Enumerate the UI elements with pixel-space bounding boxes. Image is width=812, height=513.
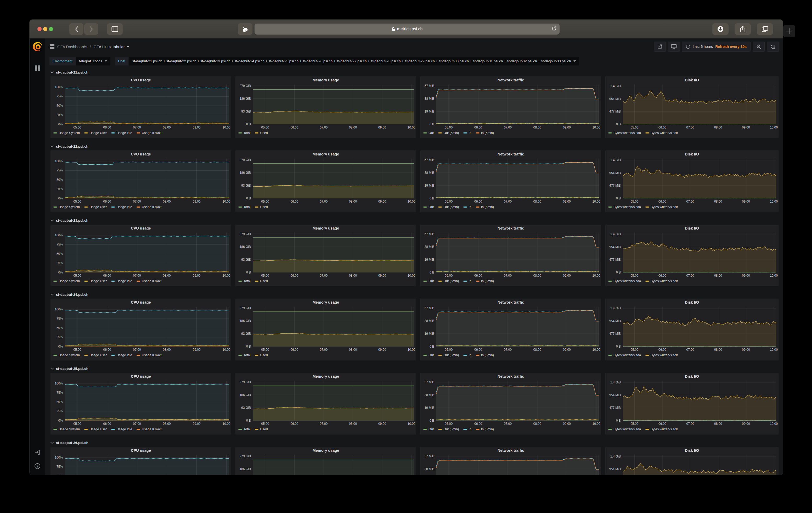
chart-plot-area[interactable] [436,381,599,421]
zoom-out-time-button[interactable] [753,41,765,52]
legend-item[interactable]: In (5min) [476,353,494,357]
panel-title[interactable]: Disk I/O [606,226,778,230]
legend-item[interactable]: Out [423,353,434,357]
panel-title[interactable]: Disk I/O [606,374,778,378]
legend-item[interactable]: In (5min) [476,131,494,135]
panel-title[interactable]: Network traffic [420,226,601,230]
close-window-button[interactable] [37,27,41,31]
dashboard-title-dropdown[interactable]: GFA Linux tabular [93,45,129,49]
legend-item[interactable]: Out [423,131,434,135]
panel-title[interactable]: CPU usage [51,448,231,453]
chart-plot-area[interactable] [65,85,229,124]
legend-item[interactable]: Usage System [53,205,80,209]
legend-item[interactable]: In (5min) [476,205,494,209]
legend-item[interactable]: Total [238,131,250,135]
panel-title[interactable]: Memory usage [236,78,416,82]
chart-plot-area[interactable] [623,455,776,475]
legend-item[interactable]: In (5min) [476,427,494,431]
chart-plot-area[interactable] [253,307,414,346]
variable-host-value[interactable]: sf-daqbuf-21.psi.ch + sf-daqbuf-22.psi.c… [129,57,579,65]
panel-title[interactable]: Network traffic [420,152,601,156]
share-button[interactable] [734,23,751,35]
legend-item[interactable]: Out (5min) [438,205,459,209]
panel-title[interactable]: Memory usage [236,300,416,305]
chart-plot-area[interactable] [253,159,414,198]
legend-item[interactable]: Usage User [84,427,107,431]
legend-item[interactable]: Usage IOwait [137,279,162,283]
legend-item[interactable]: Total [238,427,250,431]
chart-plot-area[interactable] [623,85,776,124]
legend-item[interactable]: Usage User [84,279,107,283]
legend-item[interactable]: Total [238,353,250,357]
forward-button[interactable] [84,23,98,35]
chart-plot-area[interactable] [436,85,599,124]
panel-title[interactable]: Disk I/O [606,152,778,156]
chart-plot-area[interactable] [623,381,776,421]
legend-item[interactable]: Usage User [84,205,107,209]
legend-item[interactable]: Usage System [53,353,80,357]
row-header[interactable]: sf-daqbuf-24.psi.ch [51,291,783,298]
chart-plot-area[interactable] [65,455,229,475]
legend-item[interactable]: Out [423,279,434,283]
cycle-view-button[interactable] [668,41,680,52]
legend-item[interactable]: Usage System [53,131,80,135]
legend-item[interactable]: Used [255,427,268,431]
legend-item[interactable]: In [463,353,471,357]
grafana-logo[interactable] [32,41,43,53]
legend-item[interactable]: Usage Idle [111,279,132,283]
chart-plot-area[interactable] [253,233,414,273]
legend-item[interactable]: Bytes written/s sdb [645,353,678,357]
legend-item[interactable]: Bytes written/s sdb [645,205,678,209]
legend-item[interactable]: In (5min) [476,279,494,283]
legend-item[interactable]: Bytes written/s sdb [645,427,678,431]
reload-button[interactable] [552,26,556,32]
panel-title[interactable]: Network traffic [420,448,601,453]
time-range-picker[interactable]: Last 6 hours Refresh every 30s [682,41,751,52]
legend-item[interactable]: Bytes written/s sda [608,427,641,431]
chart-plot-area[interactable] [65,233,229,273]
tab-overview-button[interactable] [757,23,773,35]
chart-plot-area[interactable] [65,159,229,198]
chart-plot-area[interactable] [623,307,776,346]
row-header[interactable]: sf-daqbuf-25.psi.ch [51,365,783,372]
legend-item[interactable]: In [463,279,471,283]
legend-item[interactable]: Usage User [84,131,107,135]
panel-title[interactable]: Memory usage [236,226,416,230]
chart-plot-area[interactable] [65,381,229,421]
legend-item[interactable]: In [463,131,471,135]
legend-item[interactable]: Bytes written/s sda [608,353,641,357]
legend-item[interactable]: Out [423,205,434,209]
row-header[interactable]: sf-daqbuf-23.psi.ch [51,217,783,224]
share-dashboard-button[interactable] [654,41,666,52]
legend-item[interactable]: Total [238,205,250,209]
panel-title[interactable]: Disk I/O [606,78,778,82]
legend-item[interactable]: Usage IOwait [137,131,162,135]
chart-plot-area[interactable] [65,307,229,346]
legend-item[interactable]: Bytes written/s sdb [645,131,678,135]
legend-item[interactable]: Usage Idle [111,427,132,431]
panel-title[interactable]: Network traffic [420,374,601,378]
chart-plot-area[interactable] [623,159,776,198]
chart-plot-area[interactable] [253,455,414,475]
legend-item[interactable]: Usage System [53,279,80,283]
legend-item[interactable]: Bytes written/s sda [608,279,641,283]
legend-item[interactable]: Usage System [53,427,80,431]
legend-item[interactable]: Usage IOwait [137,427,162,431]
legend-item[interactable]: Bytes written/s sda [608,205,641,209]
panel-title[interactable]: Network traffic [420,300,601,305]
legend-item[interactable]: Used [255,279,268,283]
sidenav-signin-item[interactable] [34,449,40,456]
chart-plot-area[interactable] [436,307,599,346]
legend-item[interactable]: Bytes written/s sdb [645,279,678,283]
panel-title[interactable]: CPU usage [51,152,231,156]
legend-item[interactable]: In [463,205,471,209]
zoom-window-button[interactable] [49,27,53,31]
legend-item[interactable]: Usage Idle [111,205,132,209]
row-header[interactable]: sf-daqbuf-21.psi.ch [51,69,783,76]
row-header[interactable]: sf-daqbuf-26.psi.ch [51,439,783,446]
row-header[interactable]: sf-daqbuf-22.psi.ch [51,143,783,150]
new-tab-button[interactable] [783,25,795,37]
legend-item[interactable]: Out (5min) [438,131,459,135]
panel-title[interactable]: CPU usage [51,300,231,305]
chart-plot-area[interactable] [436,159,599,198]
